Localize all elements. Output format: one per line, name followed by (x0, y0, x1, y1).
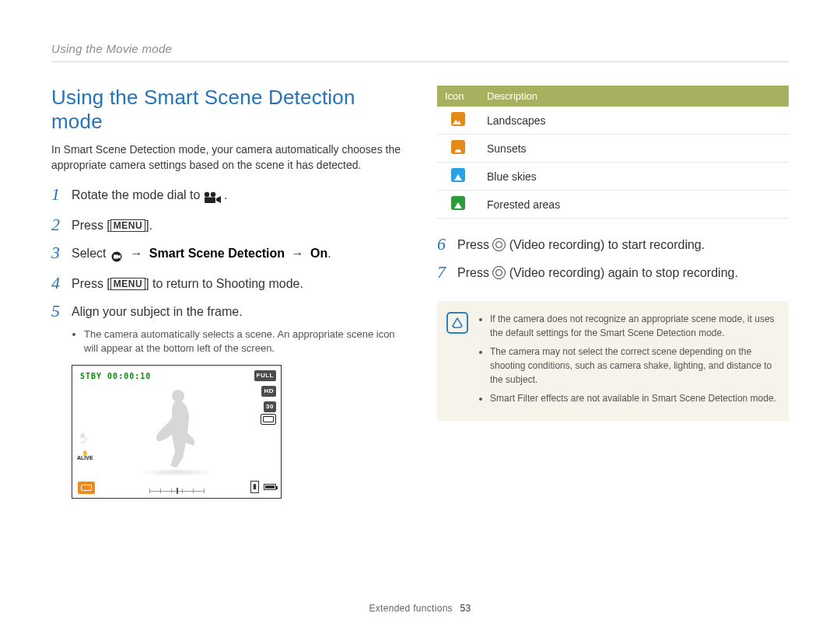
step-6-text-a: Press (457, 238, 492, 251)
preview-alive-icon: ✋ALIVE (77, 451, 93, 460)
step-4-text-a: Press [ (72, 277, 110, 290)
camera-preview: STBY 00:00:10 FULL HD 30 ✋ALIVE (72, 365, 282, 499)
intro-paragraph: In Smart Scene Detection mode, your came… (51, 142, 403, 173)
forest-icon (451, 196, 465, 210)
step-3: Select → Smart Scene Detection → On. (51, 244, 403, 265)
svg-rect-2 (205, 197, 215, 203)
arrow-1: → (130, 247, 142, 260)
steps-left: Rotate the mode dial to . Press [MENU]. … (51, 186, 403, 499)
svg-rect-4 (114, 254, 118, 258)
scene-icon-table: Icon Description Landscapes Sunsets (437, 86, 789, 219)
table-row: Blue skies (437, 163, 789, 191)
preview-fps-icon: 30 (264, 401, 276, 412)
step-4-text-b: ] to return to Shooting mode. (145, 277, 303, 290)
movie-mode-icon (204, 188, 224, 207)
preview-scene-icon (77, 481, 96, 495)
table-row: Forested areas (437, 191, 789, 219)
sunset-icon (451, 140, 465, 154)
step-5-sub: The camera automatically selects a scene… (84, 328, 403, 356)
right-column: Icon Description Landscapes Sunsets (437, 86, 789, 508)
step-7: Press (Video recording) again to stop re… (437, 264, 789, 282)
page-footer: Extended functions 53 (0, 603, 840, 614)
breadcrumb: Using the Movie mode (51, 42, 789, 62)
page-title: Using the Smart Scene Detection mode (51, 86, 403, 134)
note-2: The camera may not select the correct sc… (490, 345, 778, 387)
note-icon (446, 312, 468, 334)
step-1-text-a: Rotate the mode dial to (72, 188, 204, 201)
step-6-text-b: (Video recording) to start recording. (506, 238, 705, 251)
steps-right: Press (Video recording) to start recordi… (437, 236, 789, 282)
step-3-text-a: Select (72, 247, 110, 260)
footer-page-number: 53 (460, 603, 471, 614)
svg-point-1 (211, 191, 215, 196)
step-2-text-a: Press [ (72, 219, 110, 232)
blue-sky-icon (451, 168, 465, 182)
table-row: Sunsets (437, 135, 789, 163)
preview-exposure-bar (149, 489, 204, 493)
movie-settings-icon (110, 247, 124, 265)
preview-right-icons: FULL HD 30 (254, 370, 276, 412)
menu-button-label-2: MENU (110, 278, 145, 290)
preview-hd-icon: HD (261, 386, 276, 397)
table-desc: Blue skies (479, 163, 789, 191)
table-header-desc: Description (479, 86, 789, 107)
preview-subject-silhouette (145, 387, 208, 472)
step-5-text: Align your subject in the frame. (72, 305, 243, 318)
landscape-icon (451, 112, 465, 126)
preview-stby-label: STBY 00:00:10 (80, 370, 151, 382)
record-button-icon (492, 266, 506, 279)
preview-shadow (138, 468, 215, 476)
svg-point-0 (205, 191, 209, 196)
table-header-icon: Icon (437, 86, 479, 107)
footer-section: Extended functions (369, 603, 452, 614)
step-1: Rotate the mode dial to . (51, 186, 403, 207)
note-box: If the camera does not recognize an appr… (437, 301, 789, 421)
table-desc: Forested areas (479, 191, 789, 219)
table-desc: Landscapes (479, 107, 789, 135)
step-3-bold-ssd: Smart Scene Detection (149, 247, 285, 260)
step-3-bold-on: On (310, 247, 327, 260)
table-desc: Sunsets (479, 135, 789, 163)
step-7-text-b: (Video recording) again to stop recordin… (506, 266, 738, 279)
left-column: Using the Smart Scene Detection mode In … (51, 86, 403, 508)
preview-card-icon: ▮ (250, 481, 259, 493)
record-button-icon (492, 238, 506, 251)
step-1-text-b: . (224, 188, 227, 201)
arrow-2: → (292, 247, 304, 260)
step-6: Press (Video recording) to start recordi… (437, 236, 789, 254)
preview-battery-icon (264, 484, 276, 490)
step-3-end: . (327, 247, 331, 260)
svg-point-5 (172, 390, 184, 402)
preview-full-icon: FULL (254, 370, 276, 381)
note-3: Smart Filter effects are not available i… (490, 391, 778, 405)
step-7-text-a: Press (457, 266, 492, 279)
note-1: If the camera does not recognize an appr… (490, 312, 778, 340)
menu-button-label: MENU (110, 219, 145, 232)
table-row: Landscapes (437, 107, 789, 135)
step-5: Align your subject in the frame. The cam… (51, 303, 403, 499)
step-2: Press [MENU]. (51, 216, 403, 235)
step-2-text-b: ]. (145, 219, 152, 232)
preview-stabilizer-icon (77, 431, 93, 445)
step-4: Press [MENU] to return to Shooting mode. (51, 275, 403, 293)
preview-focus-frame-icon (261, 414, 276, 425)
